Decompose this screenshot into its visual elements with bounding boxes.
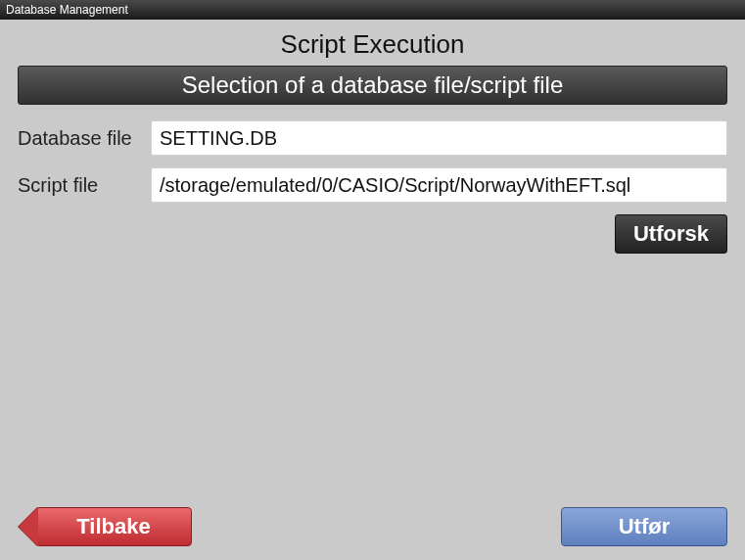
browse-button[interactable]: Utforsk xyxy=(615,214,727,254)
execute-button-label: Utfør xyxy=(619,514,671,539)
bottom-bar: Tilbake Utfør xyxy=(0,503,745,560)
database-row: Database file xyxy=(18,120,727,156)
browse-row: Utforsk xyxy=(18,214,727,254)
database-file-input[interactable] xyxy=(151,120,727,156)
script-row: Script file xyxy=(18,167,727,203)
form-area: Database file Script file Utforsk xyxy=(18,120,727,254)
window-title-bar: Database Management xyxy=(0,0,745,20)
database-file-label: Database file xyxy=(18,127,151,150)
execute-button[interactable]: Utfør xyxy=(561,507,727,546)
script-file-input[interactable] xyxy=(151,167,727,203)
back-button[interactable]: Tilbake xyxy=(35,507,192,546)
back-button-label: Tilbake xyxy=(76,514,150,539)
section-header: Selection of a database file/script file xyxy=(18,66,727,105)
window-title: Database Management xyxy=(6,3,128,17)
content-area: Script Execution Selection of a database… xyxy=(0,20,745,560)
script-file-label: Script file xyxy=(18,174,151,197)
page-title: Script Execution xyxy=(0,20,745,66)
